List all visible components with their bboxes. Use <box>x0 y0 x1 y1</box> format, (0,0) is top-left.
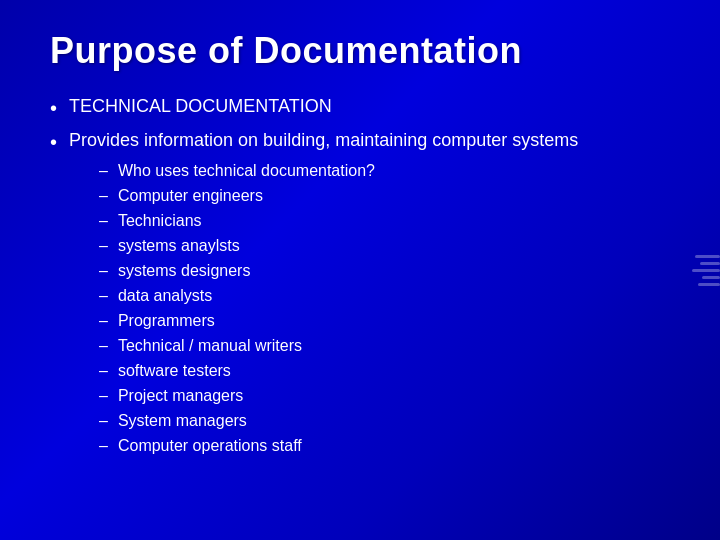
sub-dash-9: – <box>99 384 108 408</box>
sub-text-2: Technicians <box>118 209 202 233</box>
sub-dash-4: – <box>99 259 108 283</box>
deco-line-5 <box>698 283 720 286</box>
sub-dash-5: – <box>99 284 108 308</box>
sub-item-10: – System managers <box>99 409 578 433</box>
sub-text-1: Computer engineers <box>118 184 263 208</box>
bullet-text-1: TECHNICAL DOCUMENTATION <box>69 94 332 119</box>
sub-dash-10: – <box>99 409 108 433</box>
bullet-item-1: • TECHNICAL DOCUMENTATION <box>50 94 670 122</box>
sub-dash-7: – <box>99 334 108 358</box>
bullet-dot-1: • <box>50 94 57 122</box>
sub-dash-0: – <box>99 159 108 183</box>
sub-item-5: – data analysts <box>99 284 578 308</box>
sub-text-10: System managers <box>118 409 247 433</box>
sub-text-4: systems designers <box>118 259 251 283</box>
sub-text-7: Technical / manual writers <box>118 334 302 358</box>
sub-item-3: – systems anaylsts <box>99 234 578 258</box>
sub-dash-8: – <box>99 359 108 383</box>
deco-line-4 <box>702 276 720 279</box>
sub-item-7: – Technical / manual writers <box>99 334 578 358</box>
sub-item-11: – Computer operations staff <box>99 434 578 458</box>
slide-title: Purpose of Documentation <box>50 30 670 72</box>
sub-text-11: Computer operations staff <box>118 434 302 458</box>
bullet-item-2: • Provides information on building, main… <box>50 128 670 458</box>
deco-line-3 <box>692 269 720 272</box>
sub-item-1: – Computer engineers <box>99 184 578 208</box>
decorative-lines <box>690 170 720 370</box>
bullet-text-2: Provides information on building, mainta… <box>69 130 578 150</box>
sub-item-9: – Project managers <box>99 384 578 408</box>
sub-text-5: data analysts <box>118 284 212 308</box>
sub-item-0: – Who uses technical documentation? <box>99 159 578 183</box>
bullet-content-2: Provides information on building, mainta… <box>69 128 578 458</box>
sub-item-4: – systems designers <box>99 259 578 283</box>
sub-dash-1: – <box>99 184 108 208</box>
sub-dash-6: – <box>99 309 108 333</box>
deco-line-2 <box>700 262 720 265</box>
sub-text-0: Who uses technical documentation? <box>118 159 375 183</box>
sub-item-2: – Technicians <box>99 209 578 233</box>
bullet-section: • TECHNICAL DOCUMENTATION • Provides inf… <box>50 94 670 460</box>
sub-dash-11: – <box>99 434 108 458</box>
slide-container: Purpose of Documentation • TECHNICAL DOC… <box>0 0 720 540</box>
sub-item-6: – Programmers <box>99 309 578 333</box>
sub-text-3: systems anaylsts <box>118 234 240 258</box>
sub-text-9: Project managers <box>118 384 243 408</box>
deco-line-1 <box>695 255 720 258</box>
sub-text-6: Programmers <box>118 309 215 333</box>
sub-text-8: software testers <box>118 359 231 383</box>
bullet-dot-2: • <box>50 128 57 156</box>
sub-list: – Who uses technical documentation? – Co… <box>99 159 578 458</box>
sub-dash-3: – <box>99 234 108 258</box>
sub-item-8: – software testers <box>99 359 578 383</box>
sub-dash-2: – <box>99 209 108 233</box>
